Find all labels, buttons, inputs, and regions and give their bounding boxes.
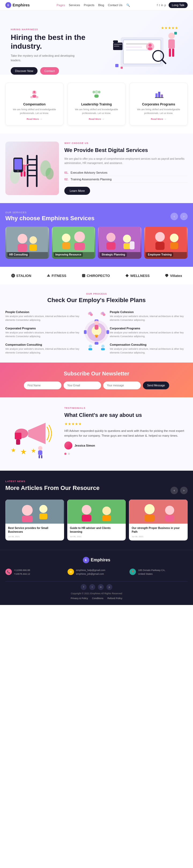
brands-section: STALION FITNESS CHIROPECTO WELLNESS Vill…	[0, 267, 193, 284]
star-rating: ★★★★★	[64, 422, 188, 426]
plan-item-5: Corporated Programs We analyze your webs…	[99, 327, 188, 338]
svg-rect-39	[27, 169, 37, 171]
svg-rect-30	[98, 91, 101, 93]
services-carousel: HR Consulting Improving Resource	[5, 227, 188, 259]
news-next-button[interactable]: ›	[180, 487, 188, 494]
service-card-improving-resource: Improving Resource	[52, 227, 95, 259]
news-card-3[interactable]: Our strength Proper Business in your Pat…	[129, 500, 188, 540]
nav-link-services[interactable]: Services	[68, 3, 80, 7]
svg-rect-31	[156, 93, 158, 97]
nav-links: Pages Services Projects Blog Contact Us …	[57, 3, 130, 7]
testi-dot-2[interactable]	[68, 453, 70, 455]
why-svg	[8, 144, 56, 192]
testi-illustration: ★ ★ ★	[5, 407, 59, 461]
svg-point-121	[39, 505, 48, 513]
svg-rect-21	[174, 32, 177, 34]
newsletter-title: Subscribe Our Newsletter	[8, 371, 185, 377]
services-grid: Compensation We are hiring skilled and k…	[5, 83, 188, 125]
plan-content-4: People Cohesion We analyze your website'…	[110, 310, 188, 322]
carousel-prev-button[interactable]: ‹	[170, 213, 178, 220]
instagram-icon[interactable]: in	[161, 4, 163, 7]
footer-facebook-icon[interactable]: f	[81, 584, 87, 590]
news-img-3	[129, 500, 188, 524]
email-icon: ✉	[67, 568, 74, 575]
svg-point-23	[33, 91, 35, 93]
news-card-title-2: Guide to HR adviser and Clients lessenin…	[70, 526, 123, 534]
facebook-icon[interactable]: f	[157, 4, 158, 7]
service-label-1: HR Consulting	[7, 252, 29, 257]
footer-divider	[5, 581, 188, 582]
svg-text:★: ★	[20, 447, 27, 456]
svg-rect-15	[113, 40, 118, 42]
footer-instagram-icon[interactable]: in	[98, 584, 104, 590]
plan-title-6: Compensation Consulting	[110, 343, 188, 346]
read-more-1[interactable]: Read More →	[10, 118, 59, 120]
our-services-section: OUR SERVICES Why choose Emphires Service…	[0, 203, 193, 267]
newsletter-email-input[interactable]	[63, 381, 101, 389]
newsletter-message-input[interactable]	[103, 381, 141, 389]
newsletter-firstname-input[interactable]	[24, 381, 61, 389]
footer-twitter-icon[interactable]: t	[89, 584, 95, 590]
svg-rect-44	[24, 171, 25, 177]
nav-link-projects[interactable]: Projects	[84, 3, 94, 7]
brand-fitness: FITNESS	[46, 274, 66, 278]
svg-rect-115	[38, 450, 43, 455]
svg-point-131	[165, 506, 174, 515]
plan-content-6: Compensation Consulting We analyze your …	[110, 343, 188, 354]
news-body-2: Guide to HR adviser and Clients lessenin…	[67, 524, 126, 540]
nav-link-blog[interactable]: Blog	[98, 3, 104, 7]
compensation-icon	[28, 88, 40, 100]
search-icon[interactable]: 🔍	[126, 3, 130, 7]
stalion-icon	[11, 274, 15, 278]
read-more-2[interactable]: Read More →	[72, 118, 121, 120]
twitter-icon[interactable]: t	[159, 4, 160, 7]
svg-point-91	[102, 312, 104, 314]
news-card-2[interactable]: Guide to HR adviser and Clients lessenin…	[67, 500, 126, 540]
svg-rect-73	[155, 242, 164, 250]
svg-rect-40	[27, 175, 37, 176]
learn-more-button[interactable]: Learn More	[64, 187, 90, 195]
author-avatar	[64, 441, 72, 450]
footer-pinterest-icon[interactable]: p	[106, 584, 112, 590]
footer-link-conditions[interactable]: Conditions	[92, 597, 104, 600]
testi-dot-1[interactable]	[64, 453, 66, 455]
footer-logo: E Emphires	[83, 557, 110, 563]
svg-rect-3	[126, 46, 142, 48]
testimonials-svg: ★ ★ ★	[5, 407, 59, 460]
pinterest-icon[interactable]: p	[165, 4, 166, 7]
svg-rect-75	[170, 242, 178, 249]
svg-rect-80	[82, 274, 85, 277]
carousel-next-button[interactable]: ›	[180, 213, 188, 220]
discover-now-button[interactable]: Discover Now	[11, 67, 37, 75]
plan-desc-2: We analyze your website's structure, int…	[5, 331, 83, 338]
svg-point-124	[82, 505, 91, 515]
newsletter-send-button[interactable]: Send Message	[143, 381, 169, 389]
plan-desc-1: We analyze your website's structure, int…	[5, 315, 83, 322]
service-card-corporates: Corporates Programs We are hiring skille…	[130, 83, 188, 125]
contact-button[interactable]: Contact	[40, 67, 59, 75]
news-card-1[interactable]: Best Service provides for Small Business…	[5, 500, 64, 540]
nav-link-pages[interactable]: Pages	[57, 3, 65, 7]
footer-link-privacy[interactable]: Privacy & Policy	[71, 597, 88, 600]
news-prev-button[interactable]: ‹	[170, 487, 178, 494]
news-img-1	[5, 500, 64, 524]
testimonials-content: ★ ★ ★ TESTIMONIALS What Client's are say…	[5, 407, 188, 461]
svg-rect-7	[148, 48, 152, 50]
svg-point-126	[102, 506, 111, 515]
our-services-tag: OUR SERVICES	[5, 211, 94, 214]
fitness-icon	[46, 274, 51, 278]
cta-button[interactable]: Long Talk	[169, 2, 188, 8]
plan-content-2: Corporated Programs We analyze your webs…	[5, 327, 83, 338]
svg-rect-118	[6, 500, 63, 524]
read-more-3[interactable]: Read More →	[134, 118, 183, 120]
footer-link-refund[interactable]: Refund Policy	[108, 597, 122, 600]
svg-point-10	[168, 33, 175, 39]
plans-section: OUR PROCESS Check Our Employ's Flexible …	[0, 284, 193, 363]
why-desc: We are glad to offer you a range of comp…	[64, 157, 188, 165]
svg-rect-85	[90, 329, 92, 333]
svg-point-59	[62, 234, 70, 242]
svg-rect-20	[121, 67, 123, 69]
nav-link-contact[interactable]: Contact Us	[108, 3, 122, 7]
svg-rect-86	[92, 330, 93, 333]
svg-rect-12	[169, 49, 171, 57]
